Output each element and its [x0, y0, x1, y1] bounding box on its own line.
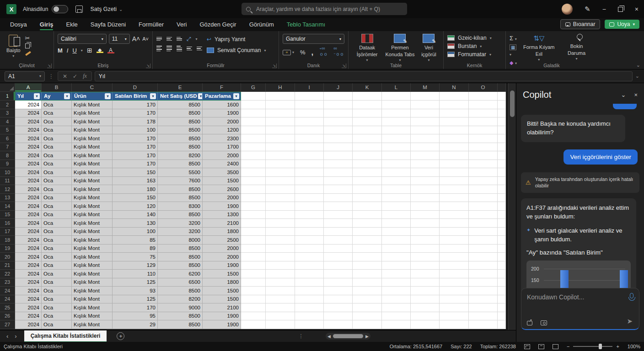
grid-cell[interactable] [411, 160, 440, 169]
grid-cell[interactable] [241, 202, 266, 211]
grid-cell[interactable]: 1900 [203, 109, 241, 118]
row-header-12[interactable]: 12 [0, 185, 15, 194]
grid-cell[interactable] [295, 303, 324, 312]
grid-cell[interactable] [498, 185, 506, 194]
grid-cell[interactable]: Oca [42, 185, 72, 194]
grid-cell[interactable]: 2500 [203, 236, 241, 245]
copilot-collapse-icon[interactable]: ⌄ [621, 91, 626, 98]
grid-cell[interactable] [324, 168, 353, 177]
align-top-icon[interactable] [156, 37, 162, 41]
grid-cell[interactable] [469, 278, 498, 287]
grid-cell[interactable]: Kışlık Mont [72, 303, 113, 312]
grid-cell[interactable] [241, 303, 266, 312]
grid-cell[interactable] [498, 211, 506, 219]
align-middle-icon[interactable] [166, 37, 172, 41]
dialog-launcher-icon[interactable]: ↘ [47, 64, 52, 68]
grid-cell[interactable] [266, 303, 295, 312]
grid-cell[interactable] [440, 126, 469, 135]
column-header-O[interactable]: O [469, 83, 498, 92]
column-header-N[interactable]: N [440, 83, 469, 92]
grid-cell[interactable] [241, 185, 266, 194]
grid-cell[interactable] [440, 109, 469, 118]
grid-cell[interactable] [353, 228, 382, 236]
horizontal-scrollbar[interactable]: ◀ ▶ [326, 333, 370, 340]
grid-cell[interactable]: 150 [113, 168, 158, 177]
grid-cell[interactable] [440, 287, 469, 295]
grid-cell[interactable] [353, 202, 382, 211]
collapse-ribbon-icon[interactable]: ⌄ [636, 62, 640, 68]
grid-cell[interactable] [295, 261, 324, 270]
grid-cell[interactable] [469, 109, 498, 118]
grid-cell[interactable]: Oca [42, 261, 72, 270]
grid-cell[interactable] [324, 117, 353, 126]
grid-cell[interactable] [324, 253, 353, 261]
grid-cell[interactable] [266, 194, 295, 202]
row-header-17[interactable]: 17 [0, 228, 15, 236]
grid-cell[interactable]: 1300 [203, 211, 241, 219]
grid-cell[interactable]: 110 [113, 270, 158, 278]
grid-cell[interactable] [295, 278, 324, 287]
grid-cell[interactable] [353, 185, 382, 194]
workbook-title[interactable]: Satş Gzeti [90, 6, 117, 12]
grid-cell[interactable]: 2024 [15, 101, 42, 109]
zoom-out-icon[interactable]: − [567, 344, 569, 349]
zoom-level[interactable]: 100% [628, 344, 640, 349]
accounting-format-button[interactable]: ¤▾ [283, 50, 294, 55]
grid-cell[interactable] [382, 126, 411, 135]
grid-cell[interactable]: 1800 [203, 278, 241, 287]
grid-cell[interactable] [498, 109, 506, 118]
menu-tab-formüller[interactable]: Formüller [133, 19, 169, 31]
save-icon[interactable] [75, 5, 83, 13]
grid-cell[interactable]: 2024 [15, 160, 42, 169]
grid-cell[interactable]: Oca [42, 177, 72, 186]
grid-cell[interactable]: 170 [113, 303, 158, 312]
grid-cell[interactable]: 2100 [203, 219, 241, 228]
grid-cell[interactable] [353, 101, 382, 109]
grid-cell[interactable]: Kışlık Mont [72, 245, 113, 253]
font-color-button[interactable]: A [107, 48, 114, 53]
grid-cell[interactable]: Kışlık Mont [72, 160, 113, 169]
row-header-25[interactable]: 25 [0, 303, 15, 312]
grid-cell[interactable]: 85 [113, 236, 158, 245]
grid-cell[interactable] [382, 219, 411, 228]
orientation-icon[interactable]: ⤢ [187, 36, 191, 42]
row-header-21[interactable]: 21 [0, 261, 15, 270]
grid-cell[interactable]: 2024 [15, 143, 42, 152]
grid-cell[interactable] [498, 261, 506, 270]
grid-cell[interactable]: Oca [42, 126, 72, 135]
grid-cell[interactable] [382, 151, 411, 160]
grid-cell[interactable] [241, 228, 266, 236]
grid-cell[interactable]: Kışlık Mont [72, 126, 113, 135]
grid-cell[interactable] [440, 245, 469, 253]
grid-cell[interactable]: Kışlık Mont [72, 194, 113, 202]
menu-tab-veri[interactable]: Veri [171, 19, 192, 31]
grid-cell[interactable] [241, 160, 266, 169]
table-header-cell[interactable]: Satılan Birim▾ [113, 92, 158, 101]
column-header-M[interactable]: M [411, 83, 440, 92]
grid-cell[interactable]: 1900 [203, 202, 241, 211]
grid-cell[interactable]: Oca [42, 312, 72, 321]
grid-cell[interactable]: Kışlık Mont [72, 134, 113, 143]
grid-cell[interactable] [440, 194, 469, 202]
row-header-10[interactable]: 10 [0, 168, 15, 177]
grid-cell[interactable]: 1800 [203, 228, 241, 236]
microphone-icon[interactable] [630, 293, 633, 298]
grid-cell[interactable]: 2024 [15, 177, 42, 186]
grid-cell[interactable] [382, 253, 411, 261]
row-header-6[interactable]: 6 [0, 134, 15, 143]
grid-cell[interactable] [469, 185, 498, 194]
autosum-button[interactable]: Σ ▾ [510, 35, 519, 42]
grid-cell[interactable] [324, 160, 353, 169]
grid-cell[interactable]: 170 [113, 134, 158, 143]
grid-cell[interactable]: 2024 [15, 117, 42, 126]
send-icon[interactable]: ➤ [627, 317, 633, 325]
vertical-scrollbar-thumb[interactable] [510, 90, 515, 117]
grid-cell[interactable] [241, 151, 266, 160]
grid-cell[interactable] [498, 295, 506, 304]
row-header-15[interactable]: 15 [0, 211, 15, 219]
grid-cell[interactable] [266, 101, 295, 109]
menu-tab-dosya[interactable]: Dosya [5, 19, 32, 31]
grid-cell[interactable] [469, 303, 498, 312]
grid-cell[interactable]: 8500 [158, 134, 203, 143]
grid-cell[interactable]: 2024 [15, 295, 42, 304]
